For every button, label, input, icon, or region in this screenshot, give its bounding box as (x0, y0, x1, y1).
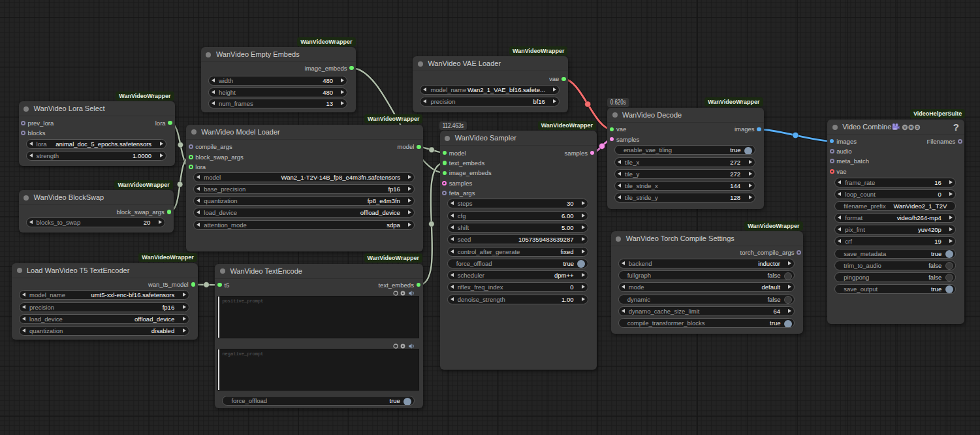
svg-text:S: S (916, 125, 919, 129)
svg-text:V: V (904, 125, 906, 129)
svg-text:H: H (910, 125, 913, 129)
